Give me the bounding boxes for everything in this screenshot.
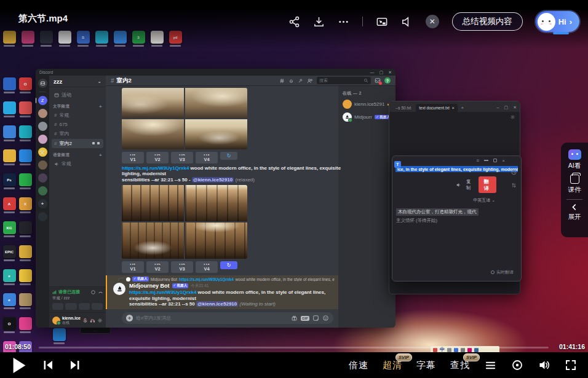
subtitles-button[interactable]: 字幕	[416, 360, 436, 371]
volume-button[interactable]	[538, 359, 550, 371]
mute-button[interactable]	[401, 16, 413, 28]
discord-window: Discord — ▢ ✕ Z父+	[36, 69, 395, 328]
courseware-button[interactable]: 课件	[568, 173, 581, 194]
voice-location: 常规 / zzz	[52, 296, 103, 301]
prompt-link: https://s.mj.run/W3Uy1Qrxk4	[129, 289, 196, 295]
voice-connected-label: 语音已连接	[58, 289, 80, 295]
record-button[interactable]	[511, 359, 523, 371]
chevron-down-icon: ⌄	[97, 79, 101, 84]
settings-gear-icon	[510, 114, 515, 120]
download-button[interactable]	[313, 16, 325, 28]
bot-badge: ✓ 机器人	[132, 277, 149, 282]
find-button[interactable]: 查找 SVIP	[450, 360, 470, 371]
desktop-icon: O	[18, 77, 33, 93]
discord-home-icon	[38, 79, 47, 88]
icon-label	[4, 163, 15, 165]
hash-icon: #	[54, 131, 57, 136]
emoji-icon	[322, 315, 329, 321]
play-button[interactable]	[12, 357, 27, 374]
previous-button[interactable]	[42, 359, 54, 371]
reply-author: Midjourney Bot	[151, 277, 177, 282]
generated-image	[122, 185, 184, 221]
channel-item: #常规	[52, 111, 103, 120]
toolbar-divider	[362, 17, 363, 26]
translate-button: 翻译	[479, 176, 496, 193]
desktop-icon	[18, 245, 33, 261]
current-time: 01:08:50	[5, 343, 31, 350]
bot-mini-avatar	[126, 277, 130, 282]
icon-label	[20, 259, 31, 261]
channel-name: 675	[59, 122, 67, 127]
settings-gear-icon	[97, 318, 103, 323]
new-tab-icon: +	[459, 105, 466, 112]
seek-bar[interactable]	[39, 347, 549, 348]
next-button[interactable]	[69, 359, 81, 371]
server-icon	[38, 109, 47, 118]
app-icon	[3, 77, 16, 90]
camera-button	[52, 303, 63, 310]
timestamp: 今天21:41	[191, 283, 209, 289]
app-icon: EPIC	[3, 245, 16, 258]
speed-button[interactable]: 倍速	[349, 360, 368, 371]
expand-button[interactable]: 展开	[568, 203, 581, 221]
icon-label	[4, 116, 15, 117]
playlist-button[interactable]	[484, 360, 497, 371]
language-mode-select: 中英互译 ⌄	[392, 197, 495, 203]
help-icon: ?	[384, 77, 391, 84]
ai-assistant-button[interactable]: Hi ›	[536, 11, 579, 32]
user-panel: kienn.lce52910 在线	[49, 312, 106, 328]
icon-label	[20, 331, 31, 333]
assistant-avatar	[538, 13, 555, 31]
panel-divider	[566, 199, 582, 200]
channel-item: #675	[52, 120, 103, 128]
app-icon	[19, 317, 32, 330]
assistant-progress-strip	[553, 32, 569, 34]
app-icon: e	[3, 269, 16, 282]
gift-icon	[291, 315, 298, 321]
variation-button: V1	[122, 156, 144, 163]
icon-label	[4, 187, 15, 189]
mini-player-button[interactable]	[376, 16, 388, 28]
minimize-icon	[484, 160, 488, 161]
server-icon: +	[38, 199, 47, 208]
hash-icon: #	[54, 112, 57, 118]
more-button[interactable]	[338, 16, 349, 28]
window-controls: – ▢ ✕	[497, 105, 517, 112]
member-avatar	[343, 112, 352, 122]
bot-badge: ✓ 机器人	[172, 283, 189, 288]
share-button[interactable]	[288, 16, 300, 28]
gif-icon: GIF	[301, 316, 309, 321]
quality-button[interactable]: 超清 SVIP	[383, 360, 402, 371]
member-list: 在线 — 2 kienn.lce52910 Midjourney Bot	[338, 85, 395, 328]
icon-label	[77, 45, 89, 47]
server-header: zzz ⌄	[49, 76, 106, 87]
summarize-video-button[interactable]: 总结视频内容	[452, 12, 523, 31]
hash-icon: #	[54, 122, 57, 127]
app-icon	[19, 293, 32, 306]
assistant-greeting: Hi	[558, 17, 566, 26]
app-icon: e	[3, 293, 16, 306]
add-channel-icon: +	[99, 152, 102, 158]
total-time: 01:41:16	[559, 343, 585, 350]
icon-label	[20, 116, 31, 117]
desktop-icon-col-2: O X	[18, 77, 33, 357]
video-frame[interactable]: S 3 yd	[0, 10, 588, 352]
close-assistant-icon[interactable]: ✕	[426, 15, 439, 28]
reroll-button: ↻	[220, 152, 237, 160]
member-avatar	[343, 100, 352, 109]
app-icon: KG	[3, 221, 16, 234]
auto-translate-label: 实时翻译	[496, 269, 514, 275]
app-icon	[3, 101, 16, 114]
icon-label	[4, 259, 15, 261]
server-rail: Z父+	[36, 76, 49, 328]
translator-side-rail	[511, 170, 517, 188]
variation-button: V4	[196, 156, 218, 163]
fullscreen-button[interactable]	[565, 359, 577, 371]
disconnect-icon	[98, 290, 103, 294]
ai-watch-button[interactable]: AI看	[568, 149, 581, 170]
voice-category: 语音频道 +	[53, 152, 102, 158]
generated-image	[122, 88, 184, 118]
midjourney-avatar	[113, 283, 125, 295]
server-icon	[38, 173, 47, 183]
icon-label	[59, 45, 70, 47]
